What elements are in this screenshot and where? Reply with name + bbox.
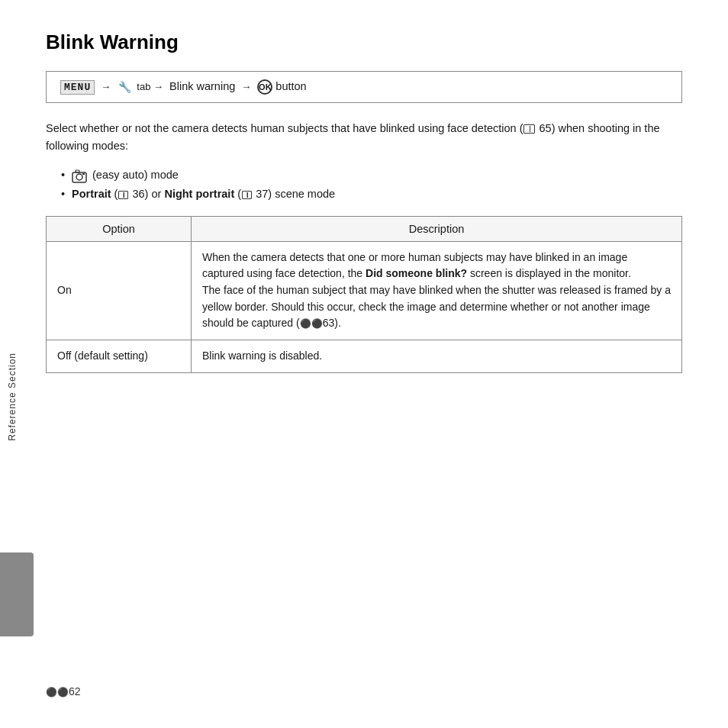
table-row-off: Off (default setting) Blink warning is d… xyxy=(47,340,682,373)
menu-keyword: MENU xyxy=(60,80,95,95)
arrow-2: tab → xyxy=(137,81,163,92)
svg-rect-3 xyxy=(76,170,79,172)
or-text: or xyxy=(151,188,164,200)
sidebar-label-text: Reference Section xyxy=(7,353,18,441)
night-portrait-ref: ( 37) xyxy=(237,188,272,200)
col-description-header: Description xyxy=(192,216,682,241)
gray-tab[interactable] xyxy=(0,552,34,636)
easy-auto-camera-icon xyxy=(72,169,87,183)
sidebar-label-container: Reference Section xyxy=(0,321,24,473)
page-title: Blink Warning xyxy=(46,31,682,54)
col-option-header: Option xyxy=(47,216,192,241)
intro-paragraph: Select whether or not the camera detects… xyxy=(46,120,682,155)
option-on: On xyxy=(47,241,192,340)
portrait-bold: Portrait xyxy=(72,188,111,200)
bullet-1-text: (easy auto) mode xyxy=(92,169,179,181)
scene-mode-text: scene mode xyxy=(275,188,335,200)
menu-path-box: MENU → 🔧 tab → Blink warning → OK button xyxy=(46,71,682,103)
description-off: Blink warning is disabled. xyxy=(192,340,682,373)
ref-icon-65 xyxy=(523,124,535,134)
footer-icon: ⚫⚫ xyxy=(46,687,69,697)
table-row-on: On When the camera detects that one or m… xyxy=(47,241,682,340)
ok-button-icon: OK xyxy=(257,79,272,95)
svg-rect-4 xyxy=(82,173,85,175)
svg-text:🔧: 🔧 xyxy=(118,81,130,94)
page-footer: ⚫⚫62 xyxy=(46,685,81,697)
arrow-1: → xyxy=(101,81,111,92)
night-portrait-bold: Night portrait xyxy=(164,188,234,200)
button-suffix: button xyxy=(275,80,306,92)
portrait-ref: ( 36) xyxy=(114,188,149,200)
bullet-item-2: Portrait ( 36) or Night portrait ( 37) s… xyxy=(61,185,682,204)
feature-label: Blink warning xyxy=(169,80,238,92)
ref-icon-63: ⚫⚫ xyxy=(300,318,323,329)
bullet-list: (easy auto) mode Portrait ( 36) or Night… xyxy=(61,166,682,203)
svg-point-2 xyxy=(76,174,82,180)
option-off: Off (default setting) xyxy=(47,340,192,373)
wrench-icon: 🔧 xyxy=(117,80,130,94)
bullet-item-1: (easy auto) mode xyxy=(61,166,682,185)
description-on: When the camera detects that one or more… xyxy=(192,241,682,340)
footer-page-num: 62 xyxy=(69,685,81,697)
arrow-3: → xyxy=(241,81,251,92)
options-table: Option Description On When the camera de… xyxy=(46,216,682,373)
did-someone-blink-bold: Did someone blink? xyxy=(366,267,467,279)
